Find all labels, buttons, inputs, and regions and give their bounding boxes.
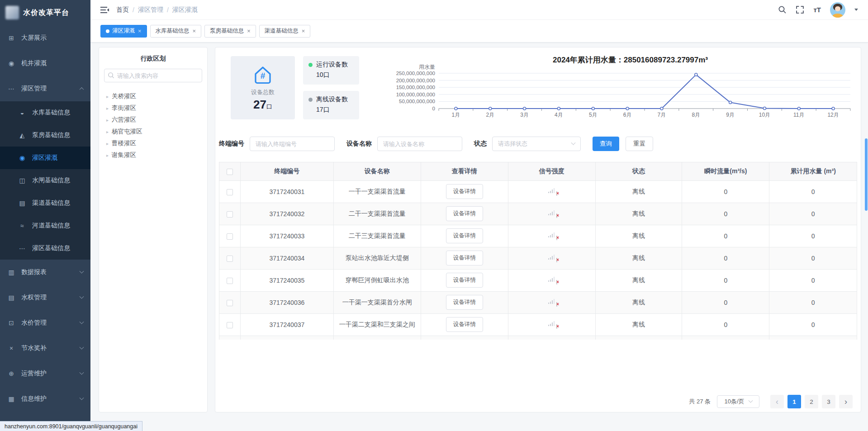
signal-strength-icon: × bbox=[548, 277, 555, 283]
region-tree-title: 行政区划 bbox=[104, 55, 202, 63]
sidebar-item-label: 节水奖补 bbox=[21, 344, 47, 352]
tab-district-irrigation[interactable]: 灌区灌溉 × bbox=[100, 25, 147, 38]
sidebar-item-district-irrigation[interactable]: ◉ 灌区灌溉 bbox=[0, 147, 90, 169]
house-device-icon: # bbox=[252, 66, 273, 85]
device-total-number: 27 bbox=[253, 98, 266, 111]
app-window: 水价改革平台 ⊞ 大屏展示 ◉ 机井灌溉 ⋯ 灌区管理 ◒ 水库基础信息 bbox=[0, 0, 868, 431]
region-search-input[interactable] bbox=[104, 69, 202, 82]
row-checkbox[interactable] bbox=[227, 300, 233, 306]
running-devices-value: 10口 bbox=[316, 71, 354, 79]
page-button-3[interactable]: 3 bbox=[822, 395, 835, 408]
row-checkbox[interactable] bbox=[227, 278, 233, 284]
sidebar-item-water-saving[interactable]: × 节水奖补 bbox=[0, 336, 90, 361]
collapse-sidebar-icon[interactable] bbox=[100, 6, 109, 14]
device-name-cell: 一干渠一支渠渠首分水闸 bbox=[333, 291, 421, 313]
device-name-cell: 一干一支渠渠首流量 bbox=[333, 180, 421, 203]
device-filter-input[interactable] bbox=[377, 137, 462, 151]
content-area: 行政区划 ▸ 关桥灌区 ▸ 李街灌区 ▸ 六营灌区 ▸ 杨官屯灌区 ▸ 曹楼灌区 bbox=[90, 43, 868, 431]
detail-cell: 设备详情 bbox=[421, 203, 508, 225]
status-filter-select[interactable]: 请选择状态 bbox=[492, 137, 581, 151]
vertical-scrollbar-thumb[interactable] bbox=[865, 138, 868, 211]
sidebar-item-well-irrigation[interactable]: ◉ 机井灌溉 bbox=[0, 51, 90, 76]
region-tree-item[interactable]: ▸ 杨官屯灌区 bbox=[104, 126, 202, 137]
page-button-2[interactable]: 2 bbox=[805, 395, 818, 408]
region-tree-item[interactable]: ▸ 曹楼灌区 bbox=[104, 137, 202, 149]
search-icon[interactable] bbox=[778, 5, 787, 14]
sidebar-item-data-reports[interactable]: ▥ 数据报表 bbox=[0, 260, 90, 285]
region-tree-item[interactable]: ▸ 李街灌区 bbox=[104, 102, 202, 114]
row-checkbox[interactable] bbox=[227, 211, 233, 218]
price-icon: ⊡ bbox=[7, 319, 15, 327]
row-checkbox[interactable] bbox=[227, 189, 233, 195]
sidebar-item-pumphouse-info[interactable]: ◭ 泵房基础信息 bbox=[0, 124, 90, 147]
region-tree-item[interactable]: ▸ 六营灌区 bbox=[104, 114, 202, 126]
caret-right-icon[interactable]: ▸ bbox=[106, 94, 109, 99]
row-select-cell bbox=[219, 203, 240, 225]
caret-right-icon[interactable]: ▸ bbox=[106, 118, 109, 123]
col-flow: 瞬时流量(m³/s) bbox=[682, 162, 769, 180]
sidebar-item-district-info[interactable]: ⋯ 灌区基础信息 bbox=[0, 237, 90, 260]
device-filter-label: 设备名称 bbox=[346, 140, 372, 148]
sidebar-item-river-info[interactable]: ≈ 河道基础信息 bbox=[0, 214, 90, 237]
chevron-down-icon bbox=[80, 269, 84, 273]
next-page-button[interactable]: › bbox=[839, 395, 853, 408]
logo: 水价改革平台 bbox=[0, 0, 90, 25]
filter-bar: 终端编号 设备名称 状态 请选择状态 查询 重置 bbox=[219, 137, 857, 151]
sidebar-item-sluice-info[interactable]: ◫ 水闸基础信息 bbox=[0, 169, 90, 192]
sidebar-item-info-maintenance[interactable]: ▦ 信息维护 bbox=[0, 386, 90, 412]
select-all-checkbox[interactable] bbox=[227, 169, 233, 175]
tab-reservoir-info[interactable]: 水库基础信息 × bbox=[150, 25, 202, 38]
river-icon: ≈ bbox=[18, 222, 26, 229]
sidebar-item-district-management[interactable]: ⋯ 灌区管理 bbox=[0, 76, 90, 101]
caret-right-icon[interactable]: ▸ bbox=[106, 153, 109, 158]
close-tab-icon[interactable]: × bbox=[193, 28, 196, 34]
close-tab-icon[interactable]: × bbox=[247, 28, 251, 34]
caret-right-icon[interactable]: ▸ bbox=[106, 141, 109, 146]
sidebar-item-water-price[interactable]: ⊡ 水价管理 bbox=[0, 310, 90, 336]
region-search bbox=[104, 69, 202, 82]
device-detail-button[interactable]: 设备详情 bbox=[446, 206, 483, 221]
sidebar-item-channel-info[interactable]: ▤ 渠道基础信息 bbox=[0, 192, 90, 214]
status-cell: 离线 bbox=[595, 203, 682, 225]
device-detail-button[interactable]: 设备详情 bbox=[446, 295, 483, 310]
search-button[interactable]: 查询 bbox=[593, 137, 619, 151]
device-detail-button[interactable]: 设备详情 bbox=[446, 251, 483, 265]
svg-text:4月: 4月 bbox=[555, 112, 563, 118]
device-detail-button[interactable]: 设备详情 bbox=[446, 228, 483, 243]
region-tree-item[interactable]: ▸ 关桥灌区 bbox=[104, 90, 202, 102]
sidebar-item-operations[interactable]: ⊕ 运营维护 bbox=[0, 361, 90, 386]
sidebar-item-reservoir-info[interactable]: ◒ 水库基础信息 bbox=[0, 101, 90, 124]
tab-channel-info[interactable]: 渠道基础信息 × bbox=[259, 25, 311, 38]
caret-right-icon[interactable]: ▸ bbox=[106, 106, 109, 111]
close-tab-icon[interactable]: × bbox=[302, 28, 305, 34]
caret-right-icon[interactable]: ▸ bbox=[106, 129, 109, 134]
user-avatar[interactable] bbox=[830, 2, 845, 18]
sidebar-item-dashboard[interactable]: ⊞ 大屏展示 bbox=[0, 25, 90, 51]
row-checkbox[interactable] bbox=[227, 233, 233, 240]
user-menu-caret-icon[interactable] bbox=[854, 9, 858, 11]
tab-pumphouse-info[interactable]: 泵房基础信息 × bbox=[204, 25, 256, 38]
offline-devices-card: 离线设备数 17口 bbox=[303, 91, 359, 119]
prev-page-button[interactable]: ‹ bbox=[770, 395, 784, 408]
device-detail-button[interactable]: 设备详情 bbox=[446, 273, 483, 288]
sidebar-item-label: 数据报表 bbox=[21, 268, 47, 276]
device-detail-button[interactable]: 设备详情 bbox=[446, 317, 483, 332]
close-tab-icon[interactable]: × bbox=[138, 28, 142, 34]
terminal-filter-input[interactable] bbox=[250, 137, 335, 151]
breadcrumb-district-management[interactable]: 灌区管理 bbox=[138, 6, 163, 14]
region-tree-item[interactable]: ▸ 谢集灌区 bbox=[104, 149, 202, 161]
total-usage-cell: 0 bbox=[769, 291, 857, 313]
breadcrumb-home[interactable]: 首页 bbox=[116, 6, 129, 14]
reset-button[interactable]: 重置 bbox=[626, 137, 653, 151]
signal-cell: × bbox=[508, 313, 595, 336]
font-size-icon[interactable]: тT bbox=[813, 6, 821, 14]
row-checkbox[interactable] bbox=[227, 322, 233, 328]
page-size-select[interactable]: 10条/页 bbox=[717, 395, 759, 408]
row-checkbox[interactable] bbox=[227, 256, 233, 262]
chevron-down-icon bbox=[571, 140, 576, 145]
terminal-cell: 3717240036 bbox=[240, 291, 333, 313]
fullscreen-icon[interactable] bbox=[796, 5, 804, 14]
sidebar-item-water-rights[interactable]: ▤ 水权管理 bbox=[0, 285, 90, 310]
page-button-1[interactable]: 1 bbox=[787, 395, 801, 408]
device-detail-button[interactable]: 设备详情 bbox=[446, 184, 483, 199]
